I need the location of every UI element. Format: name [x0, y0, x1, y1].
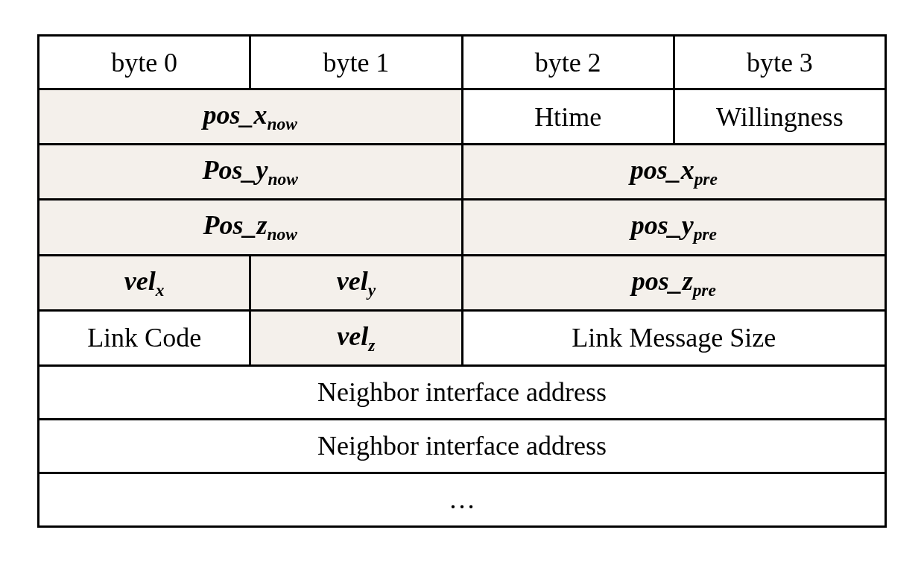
field-pos-y-now: Pos_ynow	[39, 145, 463, 200]
row-5: Link Code velz Link Message Size	[39, 310, 886, 365]
field-pos-x-pre: pos_xpre	[462, 145, 886, 200]
header-byte-1: byte 1	[250, 36, 462, 89]
field-pos-x-now: pos_xnow	[39, 89, 463, 145]
header-byte-3: byte 3	[674, 36, 885, 89]
row-8: …	[39, 473, 886, 526]
field-neighbor-address-1: Neighbor interface address	[39, 365, 886, 419]
field-willingness: Willingness	[674, 89, 885, 145]
field-pos-z-now: Pos_znow	[39, 200, 463, 255]
header-row: byte 0 byte 1 byte 2 byte 3	[39, 36, 886, 89]
packet-format-table: byte 0 byte 1 byte 2 byte 3 pos_xnow Hti…	[37, 34, 887, 528]
row-6: Neighbor interface address	[39, 365, 886, 419]
field-link-code: Link Code	[39, 310, 250, 365]
field-vel-y: vely	[250, 255, 462, 310]
header-byte-0: byte 0	[39, 36, 250, 89]
field-ellipsis: …	[39, 473, 886, 526]
field-neighbor-address-2: Neighbor interface address	[39, 419, 886, 473]
field-vel-x: velx	[39, 255, 250, 310]
row-7: Neighbor interface address	[39, 419, 886, 473]
field-vel-z: velz	[250, 310, 462, 365]
row-1: pos_xnow Htime Willingness	[39, 89, 886, 145]
row-3: Pos_znow pos_ypre	[39, 200, 886, 255]
row-2: Pos_ynow pos_xpre	[39, 145, 886, 200]
row-4: velx vely pos_zpre	[39, 255, 886, 310]
field-htime: Htime	[462, 89, 674, 145]
header-byte-2: byte 2	[462, 36, 674, 89]
field-pos-z-pre: pos_zpre	[462, 255, 886, 310]
field-pos-y-pre: pos_ypre	[462, 200, 886, 255]
field-link-message-size: Link Message Size	[462, 310, 886, 365]
